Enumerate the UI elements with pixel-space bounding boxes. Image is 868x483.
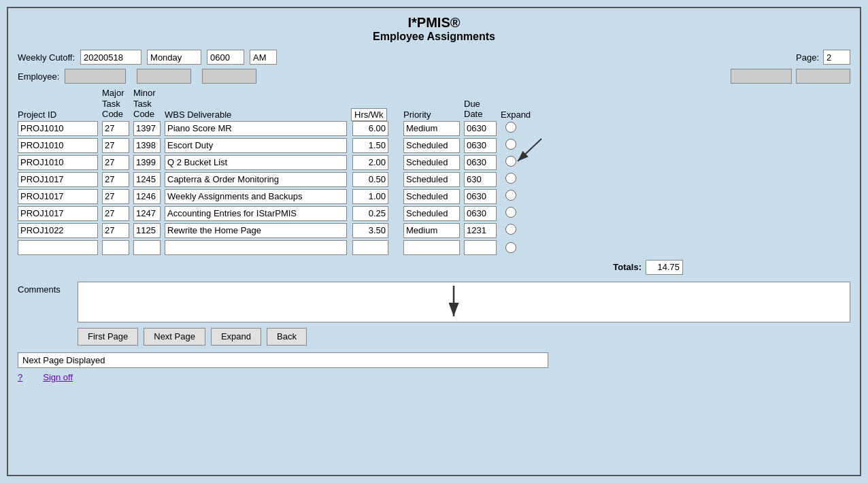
header-row-employee: Employee: xyxy=(18,69,850,84)
proj-id-field[interactable]: PROJ1010 xyxy=(18,138,98,153)
proj-id-field[interactable]: PROJ1010 xyxy=(18,121,98,136)
sign-off-link[interactable]: Sign off xyxy=(43,372,73,382)
help-link[interactable]: ? xyxy=(18,372,22,382)
wbs-field[interactable]: Accounting Entries for IStarPMIS xyxy=(165,206,347,221)
major-field[interactable] xyxy=(102,240,129,255)
priority-field[interactable]: Scheduled xyxy=(403,189,460,204)
col-header-minor: MinorTaskCode xyxy=(133,88,162,120)
major-field[interactable]: 27 xyxy=(102,189,129,204)
minor-field[interactable]: 1246 xyxy=(133,189,161,204)
major-field[interactable]: 27 xyxy=(102,155,129,170)
weekly-cutoff-label: Weekly Cutoff: xyxy=(18,52,75,63)
employee-name-input[interactable] xyxy=(137,69,191,84)
due-field[interactable]: 1231 xyxy=(464,223,497,238)
hrs-field[interactable]: 1.00 xyxy=(352,189,388,204)
expand-radio[interactable] xyxy=(505,224,516,235)
employee-field4-input[interactable] xyxy=(731,69,792,84)
hrs-field[interactable]: 2.00 xyxy=(352,155,388,170)
comment-arrow-annotation xyxy=(433,282,474,322)
minor-field[interactable]: 1398 xyxy=(133,138,161,153)
hrs-field[interactable]: 0.50 xyxy=(352,172,388,187)
major-field[interactable]: 27 xyxy=(102,223,129,238)
employee-label: Employee: xyxy=(18,71,59,82)
wbs-field[interactable]: Rewrite the Home Page xyxy=(165,223,347,238)
major-field[interactable]: 27 xyxy=(102,172,129,187)
due-field[interactable]: 0630 xyxy=(464,206,497,221)
due-field[interactable]: 0630 xyxy=(464,155,497,170)
table-row xyxy=(18,240,850,257)
wbs-field[interactable]: Q 2 Bucket List xyxy=(165,155,347,170)
hrs-field[interactable]: 6.00 xyxy=(352,121,388,136)
cutoff-ampm-input[interactable] xyxy=(250,50,277,65)
major-field[interactable]: 27 xyxy=(102,206,129,221)
proj-id-field[interactable]: PROJ1017 xyxy=(18,189,98,204)
due-field[interactable]: 630 xyxy=(464,172,497,187)
priority-field[interactable]: Scheduled xyxy=(403,138,460,153)
due-field[interactable] xyxy=(464,240,497,255)
expand-radio[interactable] xyxy=(505,122,516,133)
first-page-button[interactable]: First Page xyxy=(78,328,138,346)
app-subtitle: Employee Assignments xyxy=(18,31,850,43)
major-field[interactable]: 27 xyxy=(102,138,129,153)
hrs-field[interactable]: 1.50 xyxy=(352,138,388,153)
employee-field5-input[interactable] xyxy=(796,69,850,84)
col-header-wbs: WBS Deliverable xyxy=(165,110,348,120)
expand-radio[interactable] xyxy=(505,190,516,201)
col-header-expand: Expand xyxy=(501,110,521,120)
minor-field[interactable] xyxy=(133,240,161,255)
header-row-cutoff: Weekly Cutoff: Page: xyxy=(18,50,850,65)
totals-label: Totals: xyxy=(613,262,641,272)
cutoff-day-input[interactable] xyxy=(147,50,201,65)
due-field[interactable]: 0630 xyxy=(464,189,497,204)
proj-id-field[interactable]: PROJ1017 xyxy=(18,172,98,187)
proj-id-field[interactable]: PROJ1022 xyxy=(18,223,98,238)
status-bar: Next Page Displayed xyxy=(18,352,548,368)
proj-id-field[interactable]: PROJ1010 xyxy=(18,155,98,170)
table-row: PROJ1017 27 1246 Weekly Assignments and … xyxy=(18,189,850,204)
back-button[interactable]: Back xyxy=(267,328,307,346)
wbs-field[interactable] xyxy=(165,240,347,255)
wbs-field[interactable]: Escort Duty xyxy=(165,138,347,153)
minor-field[interactable]: 1399 xyxy=(133,155,161,170)
priority-field[interactable]: Scheduled xyxy=(403,206,460,221)
expand-radio[interactable] xyxy=(505,173,516,184)
page-number-input[interactable] xyxy=(823,50,850,65)
expand-radio[interactable] xyxy=(505,242,516,253)
due-field[interactable]: 0630 xyxy=(464,121,497,136)
employee-field3-input[interactable] xyxy=(202,69,256,84)
page-area: Page: xyxy=(796,50,850,65)
priority-field[interactable]: Medium xyxy=(403,223,460,238)
wbs-field[interactable]: Weekly Assignments and Backups xyxy=(165,189,347,204)
employee-id-input[interactable] xyxy=(65,69,126,84)
hrs-field[interactable]: 0.25 xyxy=(352,206,388,221)
col-header-hrs: Hrs/Wk xyxy=(351,110,388,120)
priority-field[interactable]: Medium xyxy=(403,121,460,136)
page-label: Page: xyxy=(796,52,819,63)
data-rows-container: PROJ1010 27 1397 Piano Score MR 6.00 Med… xyxy=(18,121,850,257)
due-field[interactable]: 0630 xyxy=(464,138,497,153)
major-field[interactable]: 27 xyxy=(102,121,129,136)
title-area: I*PMIS® Employee Assignments xyxy=(18,15,850,43)
priority-field[interactable] xyxy=(403,240,460,255)
cutoff-time-input[interactable] xyxy=(207,50,244,65)
minor-field[interactable]: 1397 xyxy=(133,121,161,136)
wbs-field[interactable]: Capterra & Order Monitoring xyxy=(165,172,347,187)
table-row: PROJ1017 27 1245 Capterra & Order Monito… xyxy=(18,172,850,187)
hrs-field[interactable]: 3.50 xyxy=(352,223,388,238)
hrs-field[interactable] xyxy=(352,240,388,255)
minor-field[interactable]: 1245 xyxy=(133,172,161,187)
proj-id-field[interactable] xyxy=(18,240,98,255)
next-page-button[interactable]: Next Page xyxy=(144,328,205,346)
priority-field[interactable]: Scheduled xyxy=(403,172,460,187)
cutoff-date-input[interactable] xyxy=(80,50,141,65)
wbs-field[interactable]: Piano Score MR xyxy=(165,121,347,136)
col-header-priority: Priority xyxy=(403,110,461,120)
priority-field[interactable]: Scheduled xyxy=(403,155,460,170)
minor-field[interactable]: 1247 xyxy=(133,206,161,221)
col-header-due: DueDate xyxy=(464,99,498,120)
proj-id-field[interactable]: PROJ1017 xyxy=(18,206,98,221)
comments-box[interactable] xyxy=(78,282,850,322)
expand-radio[interactable] xyxy=(505,207,516,218)
minor-field[interactable]: 1125 xyxy=(133,223,161,238)
expand-button[interactable]: Expand xyxy=(211,328,261,346)
